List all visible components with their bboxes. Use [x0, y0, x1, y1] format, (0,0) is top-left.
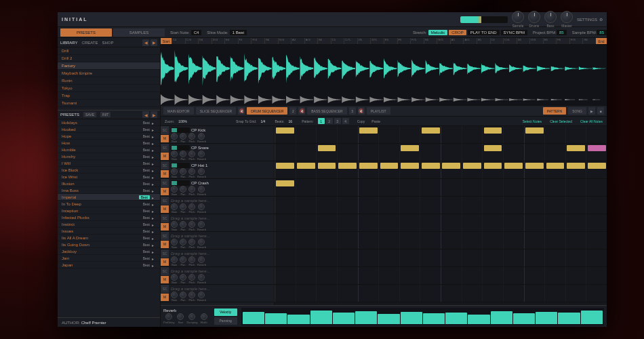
- ruler-tick[interactable]: D6: [517, 38, 530, 44]
- grid-cell[interactable]: [378, 267, 399, 284]
- mute-button[interactable]: M: [161, 223, 169, 232]
- solo-button[interactable]: SC: [161, 267, 169, 276]
- grid-cell[interactable]: [462, 126, 483, 143]
- grid-cell[interactable]: [524, 250, 545, 266]
- track-name[interactable]: Drag a sample here...: [171, 269, 272, 273]
- grid-cell[interactable]: [275, 179, 296, 196]
- grid-cell[interactable]: [441, 179, 462, 196]
- grid-cell[interactable]: [378, 144, 399, 161]
- grid-cell[interactable]: [296, 161, 317, 178]
- ruler-end-marker[interactable]: End: [596, 38, 607, 44]
- grid-cell[interactable]: [420, 126, 441, 143]
- grid-cell[interactable]: [275, 126, 296, 143]
- grid-cell[interactable]: [482, 285, 503, 302]
- pattern-select-2[interactable]: 2: [326, 118, 333, 124]
- grid-cell[interactable]: [565, 161, 586, 178]
- clear-all-button[interactable]: Clear All Notes: [580, 119, 603, 123]
- grid-cell[interactable]: [462, 267, 483, 284]
- track-knob-pan[interactable]: [180, 203, 186, 210]
- reverb-knob-damping[interactable]: [188, 313, 195, 320]
- track-knob-pitch[interactable]: [188, 133, 195, 140]
- preset-item[interactable]: IllusionBeat▸: [58, 180, 160, 187]
- play-icon[interactable]: ▸: [152, 148, 156, 152]
- grid-cell[interactable]: [316, 126, 337, 143]
- grid-cell[interactable]: [316, 161, 337, 178]
- grid-cell[interactable]: [399, 161, 420, 178]
- grid-cell[interactable]: [296, 285, 317, 302]
- track-knob-reverb[interactable]: [198, 292, 205, 298]
- sync-bpm-button[interactable]: SYNC BPM: [501, 30, 527, 35]
- track-knob-reverb[interactable]: [198, 203, 205, 210]
- grid-cell[interactable]: [441, 214, 462, 231]
- grid-cell[interactable]: [524, 144, 545, 161]
- reverb-knob-predelay[interactable]: [165, 313, 172, 320]
- grid-cell[interactable]: [296, 197, 317, 214]
- track-knob-gain[interactable]: [171, 221, 178, 228]
- grid-cell[interactable]: [503, 126, 524, 143]
- grid-cell[interactable]: [586, 161, 607, 178]
- velocity-bar[interactable]: [513, 313, 535, 323]
- grid-cell[interactable]: [586, 232, 607, 249]
- grid-cell[interactable]: [503, 179, 524, 196]
- play-icon[interactable]: ▸: [152, 222, 156, 226]
- settings-button[interactable]: SETTINGS ⚙: [577, 17, 603, 22]
- note[interactable]: [422, 127, 440, 134]
- play-icon[interactable]: ▸: [152, 155, 156, 159]
- track-knob-reverb[interactable]: [198, 256, 205, 263]
- ruler-tick[interactable]: D#4: [212, 38, 225, 44]
- grid-cell[interactable]: [503, 144, 524, 161]
- preset-next-icon[interactable]: ▶: [150, 111, 157, 118]
- grid-cell[interactable]: [586, 285, 607, 302]
- grid-cell[interactable]: [544, 179, 565, 196]
- ruler-tick[interactable]: A4: [291, 38, 304, 44]
- track-knob-pitch[interactable]: [188, 151, 195, 157]
- grid-cell[interactable]: [399, 144, 420, 161]
- grid-cell[interactable]: [275, 267, 296, 284]
- grid-cell[interactable]: [358, 232, 379, 249]
- grid-cell[interactable]: [565, 179, 586, 196]
- ruler-tick[interactable]: B4: [317, 38, 331, 44]
- grid-cell[interactable]: [565, 285, 586, 302]
- grid-cell[interactable]: [441, 250, 462, 266]
- grid-cell[interactable]: [296, 214, 317, 231]
- grid-cell[interactable]: [586, 144, 607, 161]
- track-knob-gain[interactable]: [171, 133, 178, 140]
- grid-cell[interactable]: [378, 161, 399, 178]
- track-knob-pan[interactable]: [180, 256, 186, 263]
- grid-cell[interactable]: [358, 179, 379, 196]
- play-icon[interactable]: ▸: [152, 134, 156, 138]
- grid-cell[interactable]: [275, 161, 296, 178]
- solo-button[interactable]: SC: [161, 179, 169, 188]
- track-knob-pan[interactable]: [180, 186, 186, 193]
- velocity-bar[interactable]: [243, 312, 264, 324]
- clear-selected-button[interactable]: Clear Selected: [550, 119, 572, 123]
- velocity-bar[interactable]: [310, 311, 332, 324]
- category-item[interactable]: Tsunami: [58, 100, 160, 107]
- track-knob-pitch[interactable]: [188, 256, 195, 263]
- play-icon[interactable]: ▸: [152, 182, 156, 186]
- grid-cell[interactable]: [462, 197, 483, 214]
- note[interactable]: [567, 145, 585, 151]
- velocity-bar[interactable]: [491, 311, 512, 324]
- play-icon[interactable]: ▸: [152, 243, 156, 247]
- create-tab[interactable]: CREATE: [82, 41, 98, 45]
- ruler-tick[interactable]: D4: [198, 38, 212, 44]
- grid-cell[interactable]: [296, 250, 317, 266]
- preset-item[interactable]: JamBeat▸: [58, 255, 160, 262]
- ruler-tick[interactable]: F5: [397, 38, 411, 44]
- grid-cell[interactable]: [358, 144, 379, 161]
- preset-item[interactable]: InstinctBeat▸: [58, 221, 160, 228]
- crop-button[interactable]: CROP: [449, 30, 466, 35]
- grid-cell[interactable]: [586, 214, 607, 231]
- track-knob-reverb[interactable]: [198, 168, 205, 175]
- preset-prev-icon[interactable]: ◀: [142, 111, 149, 118]
- note[interactable]: [484, 163, 502, 169]
- solo-button[interactable]: SC: [161, 285, 169, 294]
- nav-prev-icon[interactable]: ◀: [142, 39, 149, 46]
- grid-cell[interactable]: [337, 179, 358, 196]
- note[interactable]: [422, 163, 440, 169]
- tab-presets[interactable]: PRESETS: [60, 28, 112, 37]
- track-knob-pitch[interactable]: [188, 274, 195, 281]
- ruler-tick[interactable]: F6: [556, 38, 569, 44]
- tab-slice-sequencer[interactable]: SLICE SEQUENCER: [196, 107, 237, 115]
